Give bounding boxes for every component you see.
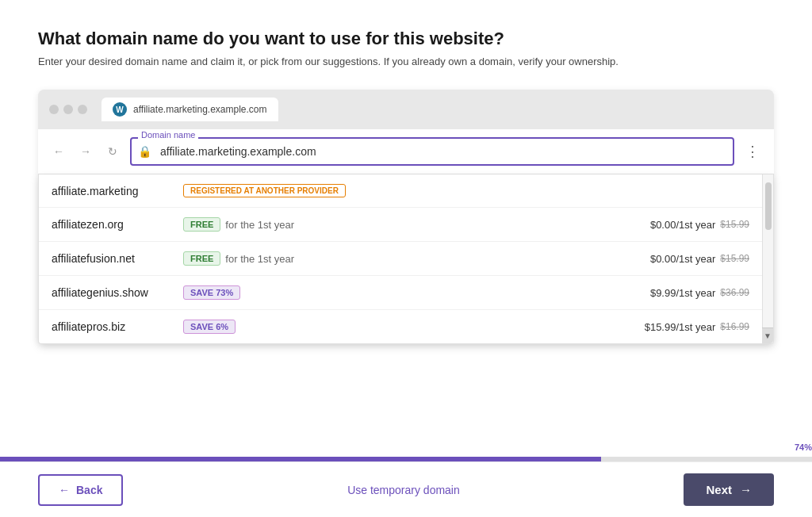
next-button-label: Next [706, 483, 732, 496]
dropdown-content: affiliate.marketing REGISTERED AT ANOTHE… [39, 174, 762, 343]
address-bar-label: Domain name [138, 130, 198, 140]
suggestions-dropdown: affiliate.marketing REGISTERED AT ANOTHE… [38, 174, 774, 344]
price-1: $0.00/1st year $15.99 [650, 219, 749, 231]
forward-nav-button[interactable]: → [76, 142, 95, 161]
lock-icon: 🔒 [138, 145, 151, 158]
price-value-3: $9.99/1st year [650, 287, 715, 299]
wordpress-icon: W [113, 102, 127, 117]
scrollbar-track[interactable]: ▼ [762, 174, 773, 343]
next-button[interactable]: Next → [684, 473, 774, 506]
browser-dots [49, 105, 87, 114]
browser-topbar: W affiliate.marketing.example.com [38, 90, 774, 129]
price-4: $15.99/1st year $16.99 [645, 321, 749, 333]
domain-input[interactable] [160, 145, 723, 158]
price-3: $9.99/1st year $36.99 [650, 287, 749, 299]
suggestion-domain-2: affiliatefusion.net [52, 252, 178, 265]
page-title: What domain name do you want to use for … [38, 29, 774, 49]
page-subtitle: Enter your desired domain name and claim… [38, 56, 774, 67]
price-original-1: $15.99 [720, 219, 749, 230]
browser-mockup: W affiliate.marketing.example.com ← → ↻ … [38, 90, 774, 344]
address-bar-wrapper: Domain name 🔒 [130, 137, 734, 166]
suggestion-item-zen[interactable]: affiliatezen.org FREE for the 1st year $… [39, 208, 762, 242]
free-badge-2: FREE [183, 251, 220, 266]
browser-dot-2 [63, 105, 73, 114]
progress-section: 74% [0, 457, 812, 461]
progress-bar-fill [0, 457, 601, 461]
browser-tab[interactable]: W affiliate.marketing.example.com [102, 98, 278, 121]
suggestion-item-genius[interactable]: affiliategenius.show SAVE 73% $9.99/1st … [39, 276, 762, 310]
more-options-button[interactable]: ⋮ [742, 140, 763, 163]
back-nav-button[interactable]: ← [49, 142, 68, 161]
temp-domain-label: Use temporary domain [347, 484, 460, 496]
save-badge-3: SAVE 73% [183, 285, 240, 300]
back-arrow-icon: ← [59, 484, 70, 496]
progress-bar-container [0, 457, 812, 461]
suggestion-domain-0: affiliate.marketing [52, 185, 178, 197]
refresh-button[interactable]: ↻ [103, 142, 122, 161]
suggestion-item-pros[interactable]: affiliatepros.biz SAVE 6% $15.99/1st yea… [39, 310, 762, 343]
for-text-1: for the 1st year [225, 219, 294, 231]
back-button[interactable]: ← Back [38, 474, 123, 506]
save-badge-4: SAVE 6% [183, 320, 236, 334]
temp-domain-button[interactable]: Use temporary domain [347, 484, 460, 496]
price-original-3: $36.99 [720, 287, 749, 298]
registered-badge: REGISTERED AT ANOTHER PROVIDER [183, 184, 346, 197]
back-button-label: Back [76, 484, 102, 496]
dropdown-scroll-container: affiliate.marketing REGISTERED AT ANOTHE… [39, 174, 773, 343]
suggestion-domain-4: affiliatepros.biz [52, 320, 178, 333]
suggestion-domain-1: affiliatezen.org [52, 218, 178, 231]
free-badge-1: FREE [183, 217, 220, 232]
browser-address-bar-row: ← → ↻ Domain name 🔒 ⋮ [38, 129, 774, 174]
price-2: $0.00/1st year $15.99 [650, 253, 749, 265]
suggestion-item-fusion[interactable]: affiliatefusion.net FREE for the 1st yea… [39, 242, 762, 276]
price-original-2: $15.99 [720, 253, 749, 264]
footer: ← Back Use temporary domain Next → [0, 461, 812, 517]
scrollbar-thumb[interactable] [765, 182, 772, 230]
scroll-down-button[interactable]: ▼ [762, 327, 773, 343]
browser-tab-label: affiliate.marketing.example.com [133, 104, 267, 115]
browser-dot-3 [78, 105, 87, 114]
next-arrow-icon: → [740, 483, 752, 496]
suggestion-item-registered[interactable]: affiliate.marketing REGISTERED AT ANOTHE… [39, 174, 762, 208]
progress-label: 74% [795, 442, 812, 452]
for-text-2: for the 1st year [225, 253, 294, 265]
suggestion-domain-3: affiliategenius.show [52, 286, 178, 299]
price-value-1: $0.00/1st year [650, 219, 715, 231]
price-original-4: $16.99 [720, 321, 749, 332]
price-value-4: $15.99/1st year [645, 321, 716, 333]
browser-dot-1 [49, 105, 59, 114]
price-value-2: $0.00/1st year [650, 253, 715, 265]
address-bar[interactable]: 🔒 [130, 137, 734, 166]
